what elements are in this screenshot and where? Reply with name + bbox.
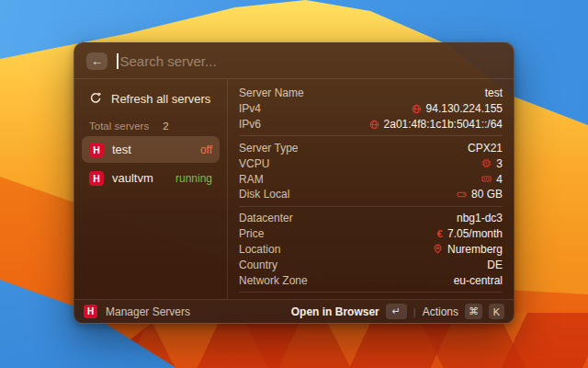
cpu-icon [481, 158, 492, 168]
extension-title: Manager Servers [106, 305, 190, 318]
open-in-browser-action[interactable]: Open in Browser [291, 305, 379, 318]
euro-icon: € [437, 228, 443, 239]
detail-row-ipv6: IPv6 2a01:4f8:1c1b:5041::/64 [239, 117, 503, 132]
footer-separator: | [413, 306, 416, 317]
detail-row-price: Price € 7.05/month [239, 226, 503, 242]
search-placeholder: Search server... [120, 53, 217, 69]
back-button[interactable]: ← [86, 52, 107, 70]
detail-value: Nuremberg [447, 243, 503, 256]
window-body: Refresh all servers Total servers 2 H te… [74, 79, 514, 299]
launcher-window: ← Search server... Refresh all servers T… [74, 42, 514, 324]
refresh-all-servers-action[interactable]: Refresh all servers [82, 85, 220, 112]
section-title: Total servers [89, 121, 149, 132]
detail-group-divider [239, 206, 503, 207]
globe-icon [412, 104, 422, 114]
detail-value: DE [487, 259, 503, 271]
globe-icon [369, 120, 379, 130]
detail-label: IPv6 [239, 118, 261, 131]
detail-value: 94.130.224.155 [426, 102, 503, 115]
detail-row-vcpu: VCPU 3 [239, 155, 503, 171]
return-key-icon: ↵ [386, 304, 407, 319]
detail-value: 2a01:4f8:1c1b:5041::/64 [384, 118, 503, 131]
detail-label: Disk Local [239, 188, 289, 201]
detail-value: eu-central [454, 274, 503, 287]
section-count: 2 [163, 121, 168, 132]
hard-drive-icon [457, 190, 467, 200]
detail-value: test [485, 86, 503, 99]
refresh-icon [89, 92, 102, 105]
detail-label: Server Type [239, 142, 298, 155]
detail-label: Country [239, 259, 277, 271]
server-row-vaultvm[interactable]: H vaultvm running [82, 165, 220, 191]
hetzner-logo-icon: H [89, 143, 104, 157]
detail-group-divider [239, 135, 503, 136]
detail-label: Server Name [239, 86, 304, 99]
detail-row-country: Country DE [239, 257, 503, 272]
detail-value: 4 [496, 173, 503, 186]
hetzner-logo-icon: H [84, 305, 97, 318]
map-pin-icon [433, 244, 443, 254]
detail-label: Network Zone [239, 274, 308, 287]
detail-row-network-zone: Network Zone eu-central [239, 272, 503, 288]
detail-value: 3 [496, 157, 503, 170]
detail-label: IPv4 [239, 102, 261, 115]
detail-label: RAM [239, 173, 264, 186]
hetzner-logo-icon: H [89, 171, 104, 186]
action-bar: H Manager Servers Open in Browser ↵ | Ac… [74, 299, 514, 323]
detail-row-location: Location Nuremberg [239, 241, 503, 257]
search-bar: ← Search server... [74, 43, 514, 78]
server-status-badge: running [175, 172, 212, 185]
text-caret [117, 53, 119, 69]
detail-value: nbg1-dc3 [457, 212, 503, 224]
detail-row-ipv4: IPv4 94.130.224.155 [239, 101, 503, 117]
detail-value: CPX21 [468, 142, 503, 155]
detail-label: Location [239, 243, 280, 256]
command-key-icon: ⌘ [465, 304, 482, 319]
server-row-test[interactable]: H test off [82, 136, 220, 163]
server-list-panel: Refresh all servers Total servers 2 H te… [74, 79, 228, 299]
detail-row-datacenter: Datacenter nbg1-dc3 [239, 211, 503, 226]
detail-value: 80 GB [471, 188, 503, 201]
detail-label: Datacenter [239, 212, 293, 224]
server-status-badge: off [200, 144, 212, 156]
footer-actions: Open in Browser ↵ | Actions ⌘ K [291, 304, 504, 319]
list-section-header: Total servers 2 [89, 121, 212, 132]
refresh-label: Refresh all servers [111, 92, 210, 106]
detail-row-server-type: Server Type CPX21 [239, 140, 503, 155]
detail-row-ram: RAM 4 [239, 171, 503, 187]
search-input[interactable]: Search server... [117, 53, 502, 69]
server-name: test [112, 143, 131, 156]
detail-label: VCPU [239, 157, 269, 170]
actions-menu-button[interactable]: Actions [423, 305, 458, 318]
detail-label: Price [239, 227, 264, 240]
detail-value: 7.05/month [447, 227, 503, 240]
server-name: vaultvm [112, 171, 153, 185]
back-arrow-icon: ← [91, 55, 103, 67]
server-detail-panel: Server Name test IPv4 94.130.224.155 IPv… [228, 79, 514, 299]
memory-icon [481, 174, 492, 184]
k-key-icon: K [489, 304, 504, 319]
detail-row-disk: Disk Local 80 GB [239, 187, 503, 202]
detail-group-divider [239, 292, 503, 293]
detail-row-server-name: Server Name test [239, 86, 503, 101]
